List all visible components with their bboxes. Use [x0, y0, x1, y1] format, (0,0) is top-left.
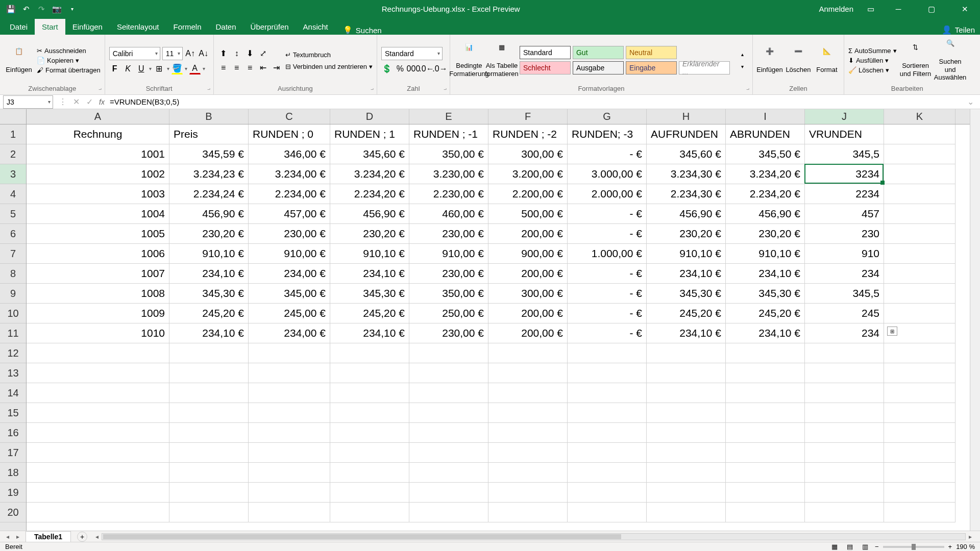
cell-F5[interactable]: 500,00 € [488, 204, 568, 224]
style-ausgabe[interactable]: Ausgabe [573, 61, 624, 74]
cell-C20[interactable] [249, 503, 330, 522]
enter-formula-icon[interactable]: ✓ [83, 95, 96, 109]
cell-J16[interactable] [805, 423, 884, 443]
col-header-C[interactable]: C [249, 109, 330, 124]
cell-K17[interactable] [884, 443, 955, 463]
cell-G14[interactable] [568, 383, 647, 403]
cell-E2[interactable]: 350,00 € [409, 144, 488, 164]
cell-B11[interactable]: 234,10 € [169, 323, 249, 343]
cell-E9[interactable]: 350,00 € [409, 284, 488, 304]
ribbon-tab-einfügen[interactable]: Einfügen [65, 19, 110, 35]
col-header-J[interactable]: J [805, 109, 884, 124]
cell-H4[interactable]: 2.234,30 € [647, 184, 726, 204]
cell-D6[interactable]: 230,20 € [330, 224, 409, 244]
cell-I17[interactable] [726, 443, 805, 463]
cell-A17[interactable] [27, 443, 169, 463]
cell-D13[interactable] [330, 363, 409, 383]
cell-H17[interactable] [647, 443, 726, 463]
cell-D8[interactable]: 234,10 € [330, 264, 409, 284]
cell-F8[interactable]: 200,00 € [488, 264, 568, 284]
cell-H9[interactable]: 345,30 € [647, 284, 726, 304]
cell-K20[interactable] [884, 503, 955, 522]
cell-K5[interactable] [884, 204, 955, 224]
share-button[interactable]: Teilen [955, 26, 975, 34]
cell-C10[interactable]: 245,00 € [249, 304, 330, 323]
cell-A11[interactable]: 1010 [27, 323, 169, 343]
cell-A7[interactable]: 1006 [27, 244, 169, 264]
column-headers[interactable]: ABCDEFGHIJK [27, 109, 980, 124]
cell-D18[interactable] [330, 463, 409, 483]
cell-K2[interactable] [884, 144, 955, 164]
cell-C16[interactable] [249, 423, 330, 443]
cell-C15[interactable] [249, 403, 330, 423]
cell-A10[interactable]: 1009 [27, 304, 169, 323]
cell-A9[interactable]: 1008 [27, 284, 169, 304]
indent-increase-icon[interactable]: ⇥ [271, 62, 282, 73]
cell-E8[interactable]: 230,00 € [409, 264, 488, 284]
cell-C17[interactable] [249, 443, 330, 463]
add-sheet-button[interactable]: + [77, 532, 87, 542]
cell-C2[interactable]: 346,00 € [249, 144, 330, 164]
cell-I16[interactable] [726, 423, 805, 443]
cell-B3[interactable]: 3.234,23 € [169, 164, 249, 184]
cell-D14[interactable] [330, 383, 409, 403]
cell-G6[interactable]: - € [568, 224, 647, 244]
cell-B6[interactable]: 230,20 € [169, 224, 249, 244]
row-header-4[interactable]: 4 [0, 184, 26, 204]
cell-G5[interactable]: - € [568, 204, 647, 224]
select-all-corner[interactable] [0, 109, 27, 124]
cell-B10[interactable]: 245,20 € [169, 304, 249, 323]
row-header-6[interactable]: 6 [0, 224, 26, 244]
hscroll-right-icon[interactable]: ▸ [966, 532, 975, 541]
cell-A2[interactable]: 1001 [27, 144, 169, 164]
expand-formula-icon[interactable]: ⌄ [964, 95, 977, 109]
col-header-G[interactable]: G [568, 109, 647, 124]
cell-D16[interactable] [330, 423, 409, 443]
cell-D11[interactable]: 234,10 € [330, 323, 409, 343]
cell-C4[interactable]: 2.234,00 € [249, 184, 330, 204]
cell-K19[interactable] [884, 483, 955, 503]
row-header-9[interactable]: 9 [0, 284, 26, 304]
close-button[interactable]: ✕ [954, 0, 975, 18]
cell-F11[interactable]: 200,00 € [488, 323, 568, 343]
insert-cells-button[interactable]: ➕Einfügen [757, 38, 782, 83]
cell-I20[interactable] [726, 503, 805, 522]
cell-H12[interactable] [647, 343, 726, 363]
cell-A19[interactable] [27, 483, 169, 503]
cell-H14[interactable] [647, 383, 726, 403]
cell-D4[interactable]: 2.234,20 € [330, 184, 409, 204]
increase-decimal-icon[interactable]: .0← [421, 63, 432, 74]
underline-icon[interactable]: U [136, 63, 147, 74]
cell-I4[interactable]: 2.234,20 € [726, 184, 805, 204]
vertical-scrollbar[interactable] [970, 109, 980, 531]
zoom-in-icon[interactable]: + [948, 543, 952, 550]
row-header-17[interactable]: 17 [0, 443, 26, 463]
cell-F1[interactable]: RUNDEN ; -2 [488, 124, 568, 144]
format-painter-button[interactable]: 🖌 Format übertragen [37, 66, 101, 74]
cell-G7[interactable]: 1.000,00 € [568, 244, 647, 264]
merge-center-button[interactable]: ⊟ Verbinden und zentrieren ▾ [285, 62, 373, 71]
cell-I5[interactable]: 456,90 € [726, 204, 805, 224]
cell-D3[interactable]: 3.234,20 € [330, 164, 409, 184]
style-standard[interactable]: Standard [520, 46, 571, 59]
cell-H10[interactable]: 245,20 € [647, 304, 726, 323]
cell-F15[interactable] [488, 403, 568, 423]
cell-D2[interactable]: 345,60 € [330, 144, 409, 164]
cell-B13[interactable] [169, 363, 249, 383]
style-neutral[interactable]: Neutral [626, 46, 677, 59]
cell-H19[interactable] [647, 483, 726, 503]
ribbon-tab-daten[interactable]: Daten [209, 19, 243, 35]
minimize-button[interactable]: ─ [888, 0, 909, 18]
cell-F3[interactable]: 3.200,00 € [488, 164, 568, 184]
cell-F6[interactable]: 200,00 € [488, 224, 568, 244]
cell-A1[interactable]: Rechnung [27, 124, 169, 144]
cut-button[interactable]: ✂ Ausschneiden [37, 46, 101, 55]
indent-decrease-icon[interactable]: ⇤ [258, 62, 269, 73]
row-header-18[interactable]: 18 [0, 463, 26, 483]
cell-K1[interactable] [884, 124, 955, 144]
conditional-format-button[interactable]: 📊Bedingte Formatierung [454, 38, 484, 83]
cell-I12[interactable] [726, 343, 805, 363]
cell-F12[interactable] [488, 343, 568, 363]
cell-F16[interactable] [488, 423, 568, 443]
fill-color-icon[interactable]: 🪣 [172, 63, 183, 74]
